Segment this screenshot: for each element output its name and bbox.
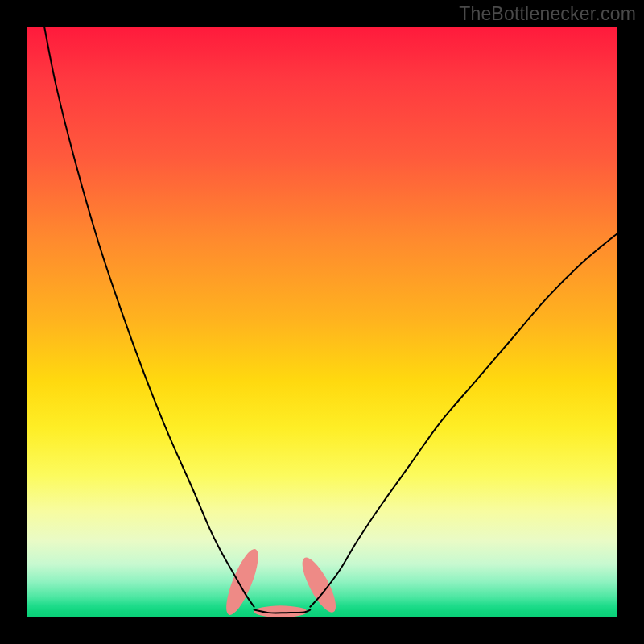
right-blob [296,553,342,616]
chart-frame: TheBottlenecker.com [0,0,644,644]
curve-right [310,233,617,607]
left-blob [221,546,265,618]
watermark-text: TheBottlenecker.com [459,3,636,25]
plot-area [27,27,617,617]
curve-left [44,27,254,607]
curve-layer [27,27,617,617]
